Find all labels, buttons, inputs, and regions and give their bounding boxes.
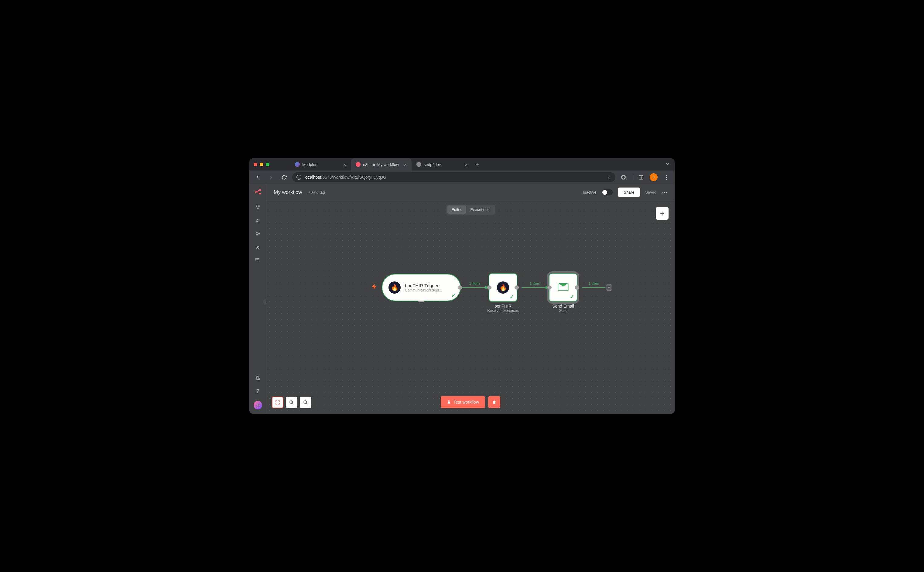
close-window-button[interactable] — [254, 163, 257, 166]
svg-point-4 — [259, 193, 260, 194]
workflow-canvas[interactable]: Editor Executions + 1 item 1 item 1 item… — [267, 201, 674, 413]
add-tag-button[interactable]: + Add tag — [308, 190, 325, 194]
team-icon[interactable] — [255, 218, 260, 224]
svg-point-8 — [257, 219, 258, 220]
extensions-button[interactable] — [619, 173, 628, 182]
edge-1[interactable]: 1 item — [461, 287, 488, 288]
view-tabs: Editor Executions — [446, 205, 495, 214]
canvas-tools — [272, 396, 312, 408]
zoom-in-button[interactable] — [286, 396, 298, 408]
node-bonfhir[interactable]: 🔥 ✓ bonFHIR Resolve references — [489, 273, 517, 302]
edge-3[interactable]: 1 item — [582, 287, 605, 288]
tab-smtp4dev[interactable]: smtp4dev × — [412, 159, 472, 171]
variables-icon[interactable]: x — [256, 244, 259, 250]
close-icon[interactable]: × — [404, 162, 407, 167]
fire-icon: 🔥 — [497, 281, 509, 294]
titlebar: Medplum × n8n - ▶ My workflow × smtp4dev… — [250, 159, 674, 171]
workflows-icon[interactable] — [255, 205, 260, 211]
workflow-name[interactable]: My workflow — [274, 190, 302, 196]
svg-rect-7 — [257, 208, 259, 210]
n8n-logo-icon[interactable] — [254, 188, 262, 197]
input-port[interactable] — [547, 285, 552, 290]
reload-button[interactable] — [279, 173, 289, 182]
saved-label: Saved — [645, 190, 656, 194]
info-icon: i — [296, 175, 301, 180]
profile-avatar[interactable]: J — [650, 173, 657, 181]
svg-line-23 — [306, 403, 307, 404]
minimize-window-button[interactable] — [260, 163, 264, 166]
svg-point-9 — [256, 219, 257, 221]
test-button-label: Test workflow — [454, 399, 479, 404]
favicon-icon — [295, 162, 300, 167]
tab-editor[interactable]: Editor — [447, 205, 466, 214]
output-port[interactable] — [458, 285, 462, 290]
add-connection-button[interactable]: + — [606, 284, 612, 291]
node-subtitle: Resolve references — [480, 308, 526, 313]
tab-n8n[interactable]: n8n - ▶ My workflow × — [351, 159, 412, 171]
node-title: Send Email — [540, 304, 586, 308]
credentials-icon[interactable] — [255, 231, 260, 237]
zoom-out-button[interactable] — [300, 396, 312, 408]
check-icon: ✓ — [570, 293, 574, 300]
tab-executions[interactable]: Executions — [466, 205, 494, 214]
envelope-icon — [557, 281, 569, 294]
window-controls — [254, 163, 270, 166]
edge-label: 1 item — [529, 281, 540, 286]
new-tab-button[interactable]: + — [472, 161, 482, 168]
fit-view-button[interactable] — [272, 396, 284, 408]
node-bonfhir-trigger[interactable]: 🔥 bonFHIR Trigger CommunicationRequ... ✓ — [382, 274, 461, 301]
svg-point-2 — [255, 191, 256, 193]
share-button[interactable]: Share — [618, 188, 640, 197]
node-subtitle: Send — [540, 308, 586, 313]
delete-button[interactable] — [488, 396, 500, 408]
maximize-window-button[interactable] — [266, 163, 270, 166]
status-label: Inactive — [583, 190, 597, 194]
browser-window: Medplum × n8n - ▶ My workflow × smtp4dev… — [250, 159, 674, 413]
svg-rect-6 — [258, 205, 260, 207]
output-port[interactable] — [515, 285, 519, 290]
trash-icon — [492, 400, 497, 404]
input-port[interactable] — [487, 285, 491, 290]
back-button[interactable] — [253, 173, 263, 182]
favicon-icon — [416, 162, 421, 167]
node-title: bonFHIR Trigger — [405, 283, 454, 288]
tab-medplum[interactable]: Medplum × — [290, 159, 351, 171]
kebab-menu-button[interactable]: ⋮ — [661, 172, 671, 182]
resize-handle[interactable] — [418, 301, 424, 302]
active-toggle[interactable] — [602, 190, 612, 196]
node-title: bonFHIR — [480, 304, 526, 308]
svg-line-19 — [292, 403, 293, 404]
edge-2[interactable]: 1 item — [521, 287, 548, 288]
star-icon[interactable]: ☆ — [607, 175, 611, 180]
close-icon[interactable]: × — [343, 162, 346, 167]
favicon-icon — [356, 162, 361, 167]
settings-icon[interactable] — [255, 375, 260, 382]
test-workflow-button[interactable]: Test workflow — [441, 396, 485, 408]
trigger-bolt-icon — [371, 283, 378, 292]
user-avatar[interactable]: JB — [254, 401, 262, 409]
node-send-email[interactable]: ✓ Send Email Send — [549, 273, 577, 302]
sidepanel-button[interactable] — [636, 173, 646, 182]
edge-label: 1 item — [588, 281, 599, 286]
tab-title: smtp4dev — [424, 162, 462, 167]
executions-icon[interactable] — [255, 257, 260, 264]
workflow-header: My workflow + Add tag Inactive Share Sav… — [267, 184, 674, 201]
output-port[interactable] — [575, 285, 579, 290]
svg-point-10 — [259, 219, 260, 221]
check-icon: ✓ — [451, 292, 456, 299]
browser-toolbar: i localhost:5678/workflow/Rx1lSQoryIlDyq… — [250, 171, 674, 184]
svg-rect-5 — [256, 205, 257, 207]
flask-icon — [447, 400, 451, 404]
close-icon[interactable]: × — [465, 162, 467, 167]
node-subtitle: CommunicationRequ... — [405, 288, 454, 292]
svg-rect-0 — [639, 176, 643, 179]
address-bar[interactable]: i localhost:5678/workflow/Rx1lSQoryIlDyq… — [292, 173, 615, 182]
help-icon[interactable]: ? — [256, 388, 259, 395]
divider — [632, 174, 633, 180]
more-menu-button[interactable]: ⋯ — [662, 189, 667, 196]
browser-tabs: Medplum × n8n - ▶ My workflow × smtp4dev… — [290, 159, 482, 171]
fire-icon: 🔥 — [389, 281, 401, 294]
forward-button[interactable] — [266, 173, 276, 182]
add-node-button[interactable]: + — [656, 207, 668, 220]
tab-overflow-button[interactable] — [665, 161, 670, 168]
